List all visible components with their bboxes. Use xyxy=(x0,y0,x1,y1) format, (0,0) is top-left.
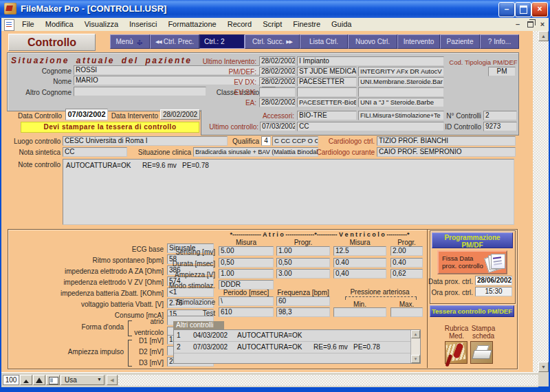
toolbar-next-button[interactable]: Ctrl. Succ. ▶▶ xyxy=(245,34,300,49)
zoom-out-icon xyxy=(23,380,29,383)
nota-sintetica-field[interactable]: CC xyxy=(63,147,127,157)
stampa-scheda-button[interactable] xyxy=(470,341,493,364)
evdx-date-field[interactable]: 28/02/2002 xyxy=(259,77,296,87)
horizontal-scrollbar[interactable] xyxy=(118,375,538,386)
cardiologo-curante-field[interactable]: CAIO PROF. SEMPRONIO xyxy=(377,147,516,157)
pmdef-date-field[interactable]: 28/02/2002 xyxy=(259,67,296,76)
ampiezza-progr-a[interactable]: 3.00 xyxy=(276,269,330,279)
modo-stimolaz-field[interactable]: DDDR xyxy=(219,280,274,290)
rubrica-med-button[interactable] xyxy=(445,341,468,364)
status-area-toggle-button[interactable] xyxy=(46,375,60,385)
ea-date-field[interactable]: 28/02/2002 xyxy=(259,98,296,107)
pmdef-modello-field[interactable]: INTEGRITY AFx DR AutocV xyxy=(358,67,444,76)
ea-marca-field[interactable]: PACESETTER-BioEl xyxy=(297,98,357,107)
durata-misura-v[interactable]: 0.40 xyxy=(333,258,386,268)
accessori-tipo-field[interactable]: FILI.Misura+Stimolazione+Te xyxy=(358,111,444,120)
pmdef-marca-field[interactable]: ST JUDE MEDICAL xyxy=(297,67,357,76)
maximize-button[interactable] xyxy=(515,2,531,17)
stim-periodo-field[interactable]: \ xyxy=(219,296,274,306)
fissa-data-button[interactable]: Fissa Data prox. controllo xyxy=(437,250,507,274)
evdx-modello-field[interactable]: UNI.Membrane.Steroide.Bar xyxy=(358,77,444,87)
toolbar-info-button[interactable]: ? Info... xyxy=(480,34,519,49)
situazione-clinica-field[interactable]: Bradicardia sinusale + BAV (Malattia Bin… xyxy=(193,147,318,157)
ampiezza-progr-v[interactable]: 0,62 xyxy=(390,269,423,279)
n-controlli-field[interactable]: 2 xyxy=(483,111,517,120)
altri-controlli-tab[interactable]: Altri controlli xyxy=(173,321,224,329)
minimize-button[interactable]: – xyxy=(498,2,515,17)
menu-script[interactable]: Script xyxy=(257,18,287,31)
mdi-restore-button[interactable] xyxy=(524,19,536,30)
evdx-marca-field[interactable]: PACESETTER xyxy=(297,77,357,87)
toolbar-paziente-button[interactable]: Paziente xyxy=(440,34,480,49)
durata-progr-a[interactable]: 0,50 xyxy=(276,258,330,268)
ampiezza-misura-v[interactable]: 0,40 xyxy=(333,269,386,279)
data-prox-field[interactable]: 28/06/2002 xyxy=(475,276,512,285)
accessori-marca-field[interactable]: BIO-TRE xyxy=(297,111,357,120)
ultimo-intervento-tipo-field[interactable]: I Impianto xyxy=(297,56,444,66)
test-frequenza-field[interactable]: 98,3 xyxy=(276,307,330,317)
ora-prox-field[interactable]: 15:30 xyxy=(475,287,512,296)
list-item[interactable]: 2 07/03/2002 AUTOCATTURA=OK RE=9.6 mv PE… xyxy=(174,342,420,353)
menu-finestre[interactable]: Finestre xyxy=(287,18,326,31)
qualifica-tipo-field[interactable]: C CC CCP O OP xyxy=(272,136,318,146)
ea-modello-field[interactable]: UNI a "J " Steroide.Barbe xyxy=(358,98,444,107)
zoom-out-button[interactable] xyxy=(20,375,32,385)
evsx-modello-field[interactable] xyxy=(358,87,444,97)
menu-visualizza[interactable]: Visualizza xyxy=(79,18,124,31)
durata-misura-a[interactable]: 0,50 xyxy=(219,258,274,268)
sensing-misura-a[interactable]: 5.00 xyxy=(219,246,274,256)
toolbar-nuovo-button[interactable]: Nuovo Ctrl. xyxy=(348,34,397,49)
sensing-progr-v[interactable]: 2.00 xyxy=(390,246,423,256)
pressione-min-field[interactable] xyxy=(333,307,386,317)
list-item[interactable]: 1 04/03/2002 AUTOCATTURA=OK xyxy=(174,330,420,342)
close-button[interactable]: × xyxy=(531,2,548,17)
durata-progr-v[interactable]: 0.40 xyxy=(390,258,423,268)
menu-modifica[interactable]: Modifica xyxy=(40,18,79,31)
data-controllo-field[interactable]: 07/03/2002 xyxy=(65,109,108,120)
list-scroll-down-button[interactable]: ▼ xyxy=(411,355,420,363)
menu-inserisci[interactable]: Inserisci xyxy=(124,18,162,31)
toolbar-current-record[interactable]: Ctrl.: 2 xyxy=(199,34,245,49)
toolbar-prev-button[interactable]: ◀◀ Ctrl. Prec. xyxy=(150,34,199,49)
hscroll-left-button[interactable]: ◀ xyxy=(107,375,118,385)
mdi-close-button[interactable]: × xyxy=(536,19,549,30)
data-intervento-field[interactable]: 28/02/2002 xyxy=(160,109,200,120)
evsx-date-field[interactable] xyxy=(259,87,296,97)
id-controllo-field[interactable]: 9273 xyxy=(483,122,517,131)
mode-dropdown[interactable]: Usa ▼ xyxy=(60,375,104,385)
menu-formattazione[interactable]: Formattazione xyxy=(162,18,221,31)
sensing-progr-a[interactable]: 1.00 xyxy=(276,246,330,256)
toolbar-menu-button[interactable]: Menù ↔↕ xyxy=(110,34,150,49)
ultimo-controllo-date-field[interactable]: 07/03/2002 xyxy=(260,122,296,131)
sensing-misura-v[interactable]: 12.5 xyxy=(333,246,386,256)
cod-tipologia-field[interactable]: PM xyxy=(488,67,516,76)
pressione-max-field[interactable] xyxy=(390,307,423,317)
ora-prox-label: Ora prox. ctrl. xyxy=(425,289,473,297)
test-periodo-field[interactable]: 610 xyxy=(219,307,274,317)
menu-guida[interactable]: Guida xyxy=(326,18,357,31)
zoom-in-button[interactable] xyxy=(33,375,45,385)
evsx-marca-field[interactable] xyxy=(297,87,357,97)
qualifica-num-field[interactable]: 4 xyxy=(261,136,271,146)
stim-frequenza-field[interactable]: 60 xyxy=(276,296,330,306)
mdi-minimize-button[interactable]: – xyxy=(512,19,524,30)
ultimo-intervento-date-field[interactable]: 28/02/2002 xyxy=(259,56,296,66)
zoom-level[interactable]: 100 xyxy=(3,375,19,385)
ultimo-controllo-tipo-field[interactable]: CC xyxy=(297,122,444,131)
menu-file[interactable]: File xyxy=(16,18,40,31)
cardiologo-ctrl-field[interactable]: TIZIO PROF. BIANCHI xyxy=(377,136,516,146)
list-scrollbar[interactable]: ▲ ▼ xyxy=(410,330,420,363)
toolbar-lista-button[interactable]: Lista Ctrl. xyxy=(300,34,348,49)
tessera-button[interactable]: Tessera controllo PM/DEF xyxy=(430,305,514,317)
toolbar-intervento-button[interactable]: Intervento xyxy=(397,34,440,49)
scroll-down-button[interactable]: ▼ xyxy=(538,362,549,372)
ampiezza-misura-a[interactable]: 1.00 xyxy=(219,269,274,279)
note-controllo-field[interactable]: AUTOCATTURA=OK RE=9.6 mv PE=0.78 xyxy=(63,159,514,225)
menu-record[interactable]: Record xyxy=(222,18,257,31)
vertical-scrollbar[interactable]: ▲ ▼ xyxy=(538,31,549,372)
scroll-up-button[interactable]: ▲ xyxy=(538,31,549,41)
list-scroll-up-button[interactable]: ▲ xyxy=(411,330,420,338)
programmazione-button[interactable]: Programmazione PM/DF xyxy=(432,232,513,248)
prev-button-label: Ctrl. Prec. xyxy=(164,38,194,45)
luogo-field[interactable]: CESC Universita di Roma I xyxy=(63,136,228,146)
